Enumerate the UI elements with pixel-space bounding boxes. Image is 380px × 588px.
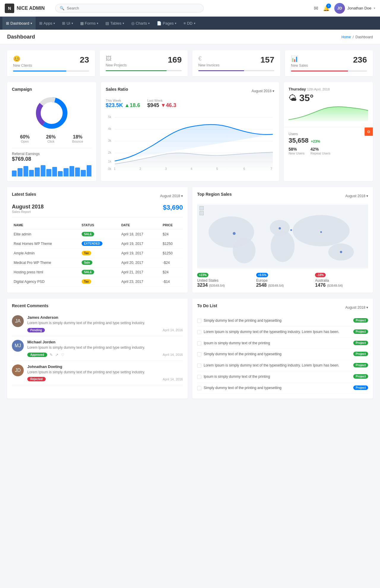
users-breakdown: 58% New Users 42% Repeat Users <box>289 147 368 155</box>
breadcrumb-home[interactable]: Home <box>341 35 351 39</box>
notification-icon[interactable]: 🔔 7 <box>323 5 330 12</box>
nav-item-tables[interactable]: ▤ Tables ▾ <box>102 17 128 30</box>
svg-point-33 <box>320 231 322 233</box>
todo-checkbox[interactable] <box>197 330 201 334</box>
nav-item-ui[interactable]: ⊞ Ui ▾ <box>58 17 76 30</box>
comment-avatar: JD <box>12 364 24 376</box>
open-label: Open <box>20 140 30 143</box>
referral-section: Referral Earnings $769.08 <box>12 148 91 176</box>
nav-label-ui: Ui <box>66 21 70 26</box>
svg-text:3: 3 <box>165 167 167 170</box>
bar-mini <box>58 171 63 176</box>
cell-status: SALE <box>80 267 120 277</box>
bounce-pct: 18% <box>72 134 83 140</box>
user-menu[interactable]: JD Jonathan Doe ▾ <box>334 3 375 14</box>
sales-header: Sales Ratio August 2018 ▾ <box>106 87 274 95</box>
svg-text:4: 4 <box>191 167 192 170</box>
region-count: 1476 ($3549.54) <box>315 283 368 288</box>
search-bar[interactable]: 🔍 <box>55 4 204 12</box>
nav-item-forms[interactable]: ▦ Forms ▾ <box>77 17 102 30</box>
region-badge: +23% <box>197 273 208 277</box>
nav-item-apps[interactable]: ⊞ Apps ▾ <box>36 17 59 30</box>
campaign-card: Campaign 60% Open 26% Click <box>7 82 96 181</box>
stat-card-new-clients: 😊 New Clients 23 <box>7 50 95 76</box>
weather-icon: 🌤 <box>289 93 297 103</box>
settings-button[interactable]: ⚙ <box>365 128 373 136</box>
logo[interactable]: N NICE ADMIN <box>5 4 49 13</box>
nav-item-pages[interactable]: 📄 Pages ▾ <box>153 17 180 30</box>
todo-checkbox[interactable] <box>197 364 201 368</box>
top-nav-right: ✉ 🔔 7 JD Jonathan Doe ▾ <box>314 3 375 14</box>
chevron-down-icon: ▾ <box>374 7 375 10</box>
table-row: Digital Agency PSD Tax April 23, 2017 -$… <box>12 277 183 286</box>
cell-date: April 19, 2017 <box>119 248 161 258</box>
heart-icon[interactable]: ♡ <box>61 353 64 357</box>
regions-period-selector[interactable]: August 2018 ▾ <box>345 194 368 198</box>
nav-item-charts[interactable]: ◎ Charts ▾ <box>128 17 153 30</box>
top-regions-header: Top Region Sales August 2018 ▾ <box>197 192 368 200</box>
this-week-value: $23.5K ▲18.6 <box>106 102 140 109</box>
todo-badge: Project <box>353 318 368 323</box>
forms-icon: ▦ <box>80 21 84 26</box>
last-week-value: $945 ▼46.3 <box>147 102 176 109</box>
latest-sales-period[interactable]: August 2018 ▾ <box>160 194 183 198</box>
sales-ratio-card: Sales Ratio August 2018 ▾ This Week $23.… <box>101 82 279 181</box>
comment-status: Approved <box>27 353 47 357</box>
comment-text: Lorem Ipsum is simply dummy text of the … <box>27 370 183 375</box>
nav-item-dashboard[interactable]: ⊞ Dashboard ▾ <box>2 17 36 30</box>
invoices-label: New Invoices <box>198 63 219 67</box>
nav-label-forms: Forms <box>85 21 96 26</box>
world-map <box>197 204 368 269</box>
region-name: Australia <box>315 278 368 283</box>
bar-mini <box>69 166 74 176</box>
region-amount: ($3549.54) <box>327 284 343 287</box>
svg-point-26 <box>271 231 295 262</box>
todo-badge: Project <box>353 352 368 356</box>
donut-stats: 60% Open 26% Click 18% Bounce <box>12 134 91 143</box>
region-badge: -18% <box>315 273 325 277</box>
nav-item-dd[interactable]: ≡ DD ▾ <box>180 17 199 30</box>
mail-icon[interactable]: ✉ <box>314 5 318 12</box>
search-input[interactable] <box>67 6 199 10</box>
edit-icon[interactable]: ✎ <box>50 353 53 357</box>
todo-checkbox[interactable] <box>197 386 201 390</box>
bottom-row: Latest Sales August 2018 ▾ August 2018 S… <box>7 187 373 293</box>
stat-card-new-sales: 📊 New Sales 236 <box>285 50 373 76</box>
cell-status: SALE <box>80 230 120 239</box>
cell-name: Medical Pro WP Theme <box>12 258 80 267</box>
region-count: 3234 ($3549.54) <box>197 283 250 288</box>
comment-name: Johnathan Doeting <box>27 364 183 369</box>
table-row: Elite admin SALE April 18, 2017 $24 <box>12 230 183 239</box>
table-row: Ample Admin Tax April 19, 2017 $1250 <box>12 248 183 258</box>
todo-checkbox[interactable] <box>197 341 201 345</box>
todo-text: Ipsum is simply dummy text of the printi… <box>204 374 351 379</box>
users-count: 35,658 <box>289 137 308 144</box>
weather-main: 🌤 35° <box>289 93 368 103</box>
col-price: PRICE <box>161 221 183 230</box>
status-badge: SALE <box>82 270 94 274</box>
status-badge: Sale <box>82 260 93 265</box>
chevron-icon: ▾ <box>175 22 176 25</box>
status-badge: SALE <box>82 232 94 236</box>
this-week-label: This Week <box>106 99 140 102</box>
bar-mini <box>29 170 34 176</box>
todo-text: Lorem Ipsum is simply dummy text of the … <box>204 363 351 368</box>
todo-checkbox[interactable] <box>197 352 201 356</box>
clients-value: 23 <box>80 55 89 65</box>
todo-checkbox[interactable] <box>197 375 201 379</box>
share-icon[interactable]: ↗ <box>55 353 58 357</box>
sales-period-selector[interactable]: August 2018 ▾ <box>251 89 274 93</box>
todo-item: Ipsum is simply dummy text of the printi… <box>197 371 368 383</box>
sales-value: 236 <box>353 55 367 65</box>
sales-label: New Sales <box>291 63 308 68</box>
comments-todo-row: Recent Comments JA James Anderson Lorem … <box>7 299 373 399</box>
todo-badge: Project <box>353 374 368 379</box>
svg-text:7: 7 <box>270 167 272 170</box>
todo-item: Simply dummy text of the printing and ty… <box>197 315 368 326</box>
todo-text: Lorem Ipsum is simply dummy text of the … <box>204 329 351 334</box>
todo-checkbox[interactable] <box>197 319 201 323</box>
todo-period[interactable]: August 2018 ▾ <box>345 305 368 310</box>
region-item: +23% United States 3234 ($3549.54) <box>197 273 250 288</box>
dd-icon: ≡ <box>183 21 186 26</box>
new-users-label: New Users <box>289 152 305 155</box>
